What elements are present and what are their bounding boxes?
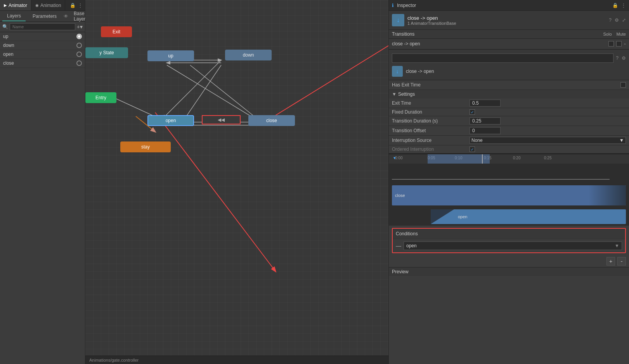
transition-detail: ? ⚙ ↓ close -> open	[389, 50, 629, 80]
param-toggle-open[interactable]	[76, 52, 82, 57]
conditions-header: Conditions	[393, 229, 625, 239]
transition-checkboxes	[608, 41, 622, 47]
ordered-interruption-label: Ordered Interruption	[392, 147, 470, 152]
header-info: close -> open 1 AnimatorTransitionBase	[407, 15, 606, 26]
settings-group-header: ▼ Settings	[389, 90, 629, 98]
conditions-label: Conditions	[396, 231, 418, 236]
info-icon: ℹ	[392, 3, 394, 8]
search-input[interactable]	[10, 23, 75, 30]
marker-5: 0:25	[544, 156, 551, 160]
settings-section: ▼ Settings Exit Time Fixed Duration ✓ Tr…	[389, 90, 629, 154]
fixed-duration-row: Fixed Duration ✓	[389, 108, 629, 116]
solo-checkbox[interactable]	[608, 41, 614, 47]
td-detail-text: close -> open	[406, 69, 434, 74]
timeline-selection[interactable]	[428, 154, 490, 164]
timeline-track-area: close open	[389, 164, 629, 226]
breadcrumb: Base Layer	[74, 11, 85, 22]
help-icon[interactable]: ?	[609, 17, 612, 23]
close-taper	[532, 185, 626, 205]
exit-time-input[interactable]	[470, 100, 501, 107]
condition-chevron-icon: ▼	[615, 243, 619, 248]
param-toggle-up[interactable]	[76, 34, 82, 39]
remove-transition-btn[interactable]: -	[624, 40, 626, 47]
transitions-section: Transitions Solo Mute close -> open -	[389, 30, 629, 50]
transitions-header: Transitions Solo Mute	[389, 30, 629, 39]
open-track[interactable]: open	[431, 209, 626, 224]
td-help-icon[interactable]: ?	[616, 55, 619, 61]
interruption-source-row: Interruption Source None ▼	[389, 136, 629, 145]
interruption-source-label: Interruption Source	[392, 138, 470, 143]
has-exit-checkbox[interactable]: ✓	[620, 82, 626, 88]
param-toggle-down[interactable]	[76, 43, 82, 48]
collapse-triangle[interactable]: ▼	[392, 91, 397, 97]
close-node[interactable]: close	[248, 115, 295, 126]
remove-condition-btn[interactable]: -	[617, 257, 626, 266]
animation-tab[interactable]: ◉ Animation	[31, 0, 65, 10]
transition-item-name: close -> open	[392, 41, 608, 47]
inspector-panel: ℹ Inspector 🔒 ⋮ ↓ close -> open 1 Animat…	[388, 0, 629, 364]
exit-time-label: Exit Time	[392, 100, 470, 106]
td-row: ? ⚙	[392, 53, 626, 64]
param-name-close: close	[3, 60, 74, 66]
exit-node[interactable]: Exit	[101, 26, 132, 37]
add-condition-btn[interactable]: +	[606, 257, 615, 266]
transitions-actions: Solo Mute	[603, 32, 626, 36]
conditions-section: Conditions — open ▼	[392, 228, 626, 253]
condition-dropdown[interactable]: open ▼	[404, 242, 622, 250]
transition-duration-input[interactable]	[470, 117, 501, 124]
interruption-value: None	[471, 138, 483, 143]
param-list: up down open close	[0, 32, 85, 364]
settings-icon[interactable]: ⚙	[615, 17, 619, 23]
animation-tab-label: Animation	[40, 3, 61, 8]
more-inspector-icon[interactable]: ⋮	[621, 3, 626, 8]
param-search: 🔍 +▾	[0, 22, 85, 32]
td-transition-icon: ↓	[396, 68, 399, 74]
lock-icon[interactable]: 🔒	[70, 3, 76, 8]
graph-area[interactable]: Exit y State Entry up down open ◀◀ close…	[85, 0, 388, 364]
lock-inspector-icon[interactable]: 🔒	[612, 3, 618, 8]
close-track[interactable]: close	[392, 185, 626, 205]
condition-row: — open ▼	[393, 239, 625, 252]
ordered-interruption-checkbox[interactable]: ✓	[470, 147, 475, 152]
animator-toolbar: Layers Parameters 👁 Base Layer Auto Live…	[0, 11, 85, 22]
ordered-interruption-row: Ordered Interruption ✓	[389, 145, 629, 154]
interruption-source-dropdown[interactable]: None ▼	[470, 137, 626, 144]
exit-time-row: Exit Time	[389, 98, 629, 108]
fixed-duration-checkbox[interactable]: ✓	[470, 109, 475, 115]
parameters-tab[interactable]: Parameters	[28, 11, 61, 21]
open-track-label: open	[458, 214, 467, 219]
close-track-label: close	[395, 193, 405, 198]
animator-tab[interactable]: ▶ Animator	[0, 0, 31, 10]
header-title: close -> open	[407, 15, 606, 21]
any-state-node[interactable]: y State	[85, 47, 128, 58]
add-param-button[interactable]: +▾	[77, 24, 83, 30]
open-node[interactable]: open	[147, 115, 194, 126]
mute-checkbox[interactable]	[616, 41, 622, 47]
more-icon[interactable]: ⋮	[78, 3, 83, 8]
transition-item[interactable]: close -> open -	[389, 39, 629, 49]
transition-node[interactable]: ◀◀	[202, 115, 241, 124]
up-node[interactable]: up	[147, 50, 194, 61]
td-settings-icon[interactable]: ⚙	[622, 55, 626, 61]
transition-offset-input[interactable]	[470, 127, 501, 134]
layers-tab[interactable]: Layers	[2, 11, 26, 21]
marker-0: 0:00	[395, 156, 402, 160]
fixed-duration-label: Fixed Duration	[392, 109, 470, 115]
transition-icon-box: ↓	[392, 14, 404, 26]
stay-node[interactable]: stay	[120, 141, 171, 152]
mute-label: Mute	[617, 32, 626, 36]
status-text: Animations/gate.controller	[89, 358, 139, 362]
inspector-tab-label[interactable]: Inspector	[397, 3, 416, 8]
td-detail-row: ↓ close -> open	[392, 66, 626, 77]
transition-duration-row: Transition Duration (s)	[389, 116, 629, 126]
down-node[interactable]: down	[225, 50, 272, 60]
condition-value: open	[406, 243, 417, 248]
inspector-tab-bar: ℹ Inspector 🔒 ⋮	[389, 0, 629, 11]
expand-icon[interactable]: ⤢	[622, 17, 626, 23]
transition-duration-label: Transition Duration (s)	[392, 118, 470, 124]
td-icon: ↓	[392, 66, 403, 77]
param-toggle-close[interactable]	[76, 60, 82, 66]
entry-node[interactable]: Entry	[85, 92, 116, 103]
eye-icon[interactable]: 👁	[64, 14, 68, 19]
open-overlap	[431, 209, 454, 224]
